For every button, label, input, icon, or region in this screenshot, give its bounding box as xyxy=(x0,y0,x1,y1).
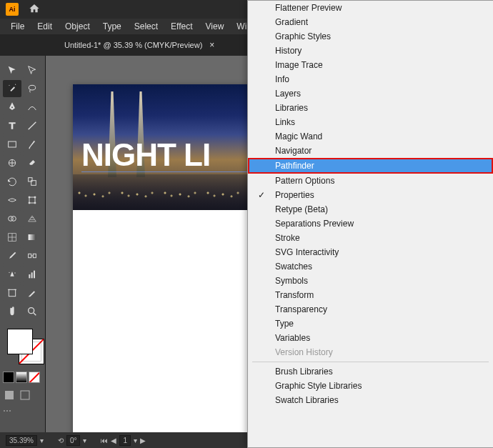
window-menu-item-symbols[interactable]: Symbols xyxy=(248,274,493,288)
scale-tool-icon[interactable] xyxy=(23,173,41,190)
svg-point-28 xyxy=(29,308,34,314)
width-tool-icon[interactable] xyxy=(3,191,21,209)
shaper-tool-icon[interactable] xyxy=(3,154,21,171)
rectangle-tool-icon[interactable] xyxy=(3,136,21,153)
perspective-grid-tool-icon[interactable] xyxy=(23,210,41,227)
window-menu-item-retype-beta-[interactable]: Retype (Beta) xyxy=(248,202,493,216)
zoom-tool-icon[interactable] xyxy=(23,303,41,320)
menu-effect[interactable]: Effect xyxy=(164,19,199,34)
artboard-number[interactable]: 1 xyxy=(119,435,131,446)
color-mode-gradient[interactable] xyxy=(16,372,27,383)
artboard-nav-next-icon[interactable]: ▶ xyxy=(140,437,146,444)
document-tab[interactable]: Untitled-1* @ 35.39 % (CMYK/Preview) × xyxy=(57,36,221,54)
draw-mode-icon[interactable] xyxy=(3,389,16,402)
shape-builder-tool-icon[interactable] xyxy=(3,210,21,227)
menu-type[interactable]: Type xyxy=(96,19,128,34)
window-menu-item-swatches[interactable]: Swatches xyxy=(248,259,493,274)
window-menu-item-swatch-libraries[interactable]: Swatch Libraries xyxy=(248,393,493,407)
window-menu-item-svg-interactivity[interactable]: SVG Interactivity xyxy=(248,245,493,259)
window-menu-item-graphic-styles[interactable]: Graphic Styles xyxy=(248,29,493,44)
svg-rect-24 xyxy=(34,271,35,279)
chevron-down-icon[interactable]: ▾ xyxy=(134,437,137,444)
window-menu-item-navigator[interactable]: Navigator xyxy=(248,144,493,158)
artboard-nav-prev-icon[interactable]: ◀ xyxy=(111,437,116,444)
direct-selection-tool-icon[interactable] xyxy=(23,61,41,79)
line-tool-icon[interactable] xyxy=(23,117,41,134)
window-menu-item-links[interactable]: Links xyxy=(248,115,493,129)
curvature-tool-icon[interactable] xyxy=(23,99,41,116)
window-menu-item-brush-libraries[interactable]: Brush Libraries xyxy=(248,364,493,379)
window-menu-item-stroke[interactable]: Stroke xyxy=(248,231,493,245)
svg-rect-18 xyxy=(33,254,36,257)
paintbrush-tool-icon[interactable] xyxy=(23,136,41,153)
color-mode-black[interactable] xyxy=(3,372,14,383)
svg-rect-4 xyxy=(29,178,32,181)
graph-tool-icon[interactable] xyxy=(23,266,41,283)
window-menu-item-type[interactable]: Type xyxy=(248,317,493,331)
text-object[interactable]: NIGHT LI xyxy=(81,137,210,173)
mesh-tool-icon[interactable] xyxy=(3,229,21,246)
menu-select[interactable]: Select xyxy=(128,19,164,34)
svg-rect-22 xyxy=(29,274,30,278)
window-menu-item-flattener-preview[interactable]: Flattener Preview xyxy=(248,1,493,15)
svg-point-9 xyxy=(29,202,30,204)
hand-tool-icon[interactable] xyxy=(3,303,21,320)
pen-tool-icon[interactable] xyxy=(3,99,21,116)
color-swatch-area xyxy=(3,327,42,367)
rotate-icon: ⟲ xyxy=(58,437,64,444)
svg-rect-30 xyxy=(5,391,14,399)
home-icon[interactable] xyxy=(29,3,40,16)
window-menu-item-separations-preview[interactable]: Separations Preview xyxy=(248,216,493,231)
window-menu-item-history[interactable]: History xyxy=(248,44,493,58)
edit-toolbar-icon[interactable]: ⋯ xyxy=(3,406,11,416)
menu-view[interactable]: View xyxy=(199,19,231,34)
eyedropper-tool-icon[interactable] xyxy=(3,247,21,264)
fill-swatch[interactable] xyxy=(7,329,33,354)
window-menu-item-libraries[interactable]: Libraries xyxy=(248,101,493,115)
svg-point-7 xyxy=(29,196,30,198)
window-menu-item-transparency[interactable]: Transparency xyxy=(248,302,493,317)
window-menu-item-transform[interactable]: Transform xyxy=(248,288,493,302)
eraser-tool-icon[interactable] xyxy=(23,154,41,171)
lasso-tool-icon[interactable] xyxy=(23,80,41,97)
toolbox: ⋯ xyxy=(0,56,46,448)
symbol-sprayer-tool-icon[interactable] xyxy=(3,266,21,283)
screen-mode-icon[interactable] xyxy=(19,389,31,402)
window-menu-item-pathfinder[interactable]: Pathfinder xyxy=(248,158,493,174)
window-menu-item-info[interactable]: Info xyxy=(248,72,493,86)
menu-file[interactable]: File xyxy=(4,19,31,34)
svg-rect-17 xyxy=(29,254,31,257)
window-menu-item-pattern-options[interactable]: Pattern Options xyxy=(248,174,493,188)
screen-mode-icons xyxy=(3,389,42,402)
magic-wand-tool-icon[interactable] xyxy=(3,80,21,97)
window-menu-item-graphic-style-libraries[interactable]: Graphic Style Libraries xyxy=(248,379,493,393)
rotate-tool-icon[interactable] xyxy=(3,173,21,190)
chevron-down-icon[interactable]: ▾ xyxy=(40,437,44,444)
selection-tool-icon[interactable] xyxy=(3,61,21,79)
gradient-tool-icon[interactable] xyxy=(23,229,41,246)
zoom-level[interactable]: 35.39% xyxy=(6,435,37,446)
type-tool-icon[interactable] xyxy=(3,117,21,134)
color-mode-none[interactable] xyxy=(29,372,40,383)
menu-separator xyxy=(252,362,489,362)
window-menu-item-image-trace[interactable]: Image Trace xyxy=(248,58,493,72)
menu-object[interactable]: Object xyxy=(59,19,96,34)
window-menu-item-properties[interactable]: Properties xyxy=(248,188,493,202)
chevron-down-icon[interactable]: ▾ xyxy=(83,437,86,444)
rotate-value[interactable]: 0° xyxy=(66,435,81,446)
menu-edit[interactable]: Edit xyxy=(31,19,59,34)
blend-tool-icon[interactable] xyxy=(23,247,41,264)
svg-point-8 xyxy=(34,196,36,198)
window-menu-item-gradient[interactable]: Gradient xyxy=(248,15,493,29)
artboard: NIGHT LI xyxy=(73,84,262,442)
free-transform-tool-icon[interactable] xyxy=(23,191,41,209)
slice-tool-icon[interactable] xyxy=(23,284,41,302)
placed-image[interactable]: NIGHT LI xyxy=(73,84,262,210)
window-menu-item-variables[interactable]: Variables xyxy=(248,331,493,345)
artboard-nav-first-icon[interactable]: ⏮ xyxy=(101,437,108,444)
window-menu-item-magic-wand[interactable]: Magic Wand xyxy=(248,129,493,144)
svg-rect-23 xyxy=(31,272,33,278)
window-menu-item-layers[interactable]: Layers xyxy=(248,86,493,101)
tab-close-icon[interactable]: × xyxy=(209,40,214,50)
artboard-tool-icon[interactable] xyxy=(3,284,21,302)
